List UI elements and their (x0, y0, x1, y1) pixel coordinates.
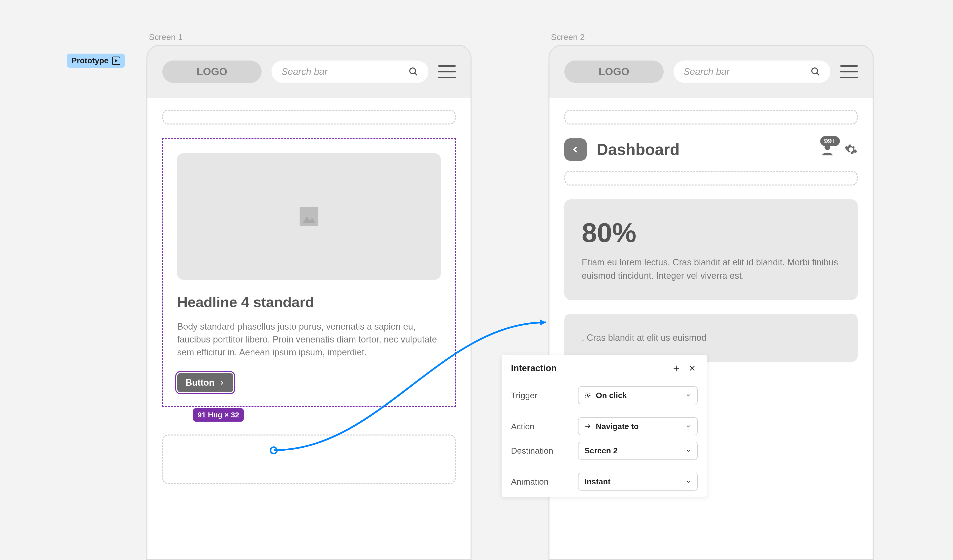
action-value: Navigate to (596, 422, 639, 431)
interaction-panel-title: Interaction (511, 363, 666, 373)
destination-value: Screen 2 (584, 446, 618, 455)
chevron-down-icon (686, 424, 691, 429)
card-body: Body standard phasellus justo purus, ven… (177, 320, 441, 359)
interaction-panel-header: Interaction (501, 355, 707, 380)
trigger-row: Trigger On click (501, 380, 707, 411)
stat-card: 80% Etiam eu lorem lectus. Cras blandit … (564, 200, 858, 300)
screen-1-frame[interactable]: LOGO Search bar Headline 4 standard Body… (146, 45, 472, 560)
destination-row: Destination Screen 2 (501, 442, 707, 466)
dashboard-header-row: Dashboard 99+ (564, 138, 858, 161)
stat-value: 80% (582, 217, 840, 248)
animation-label: Animation (511, 477, 571, 487)
action-label: Action (511, 422, 571, 431)
card-button-label: Button (186, 377, 214, 388)
destination-select[interactable]: Screen 2 (578, 442, 698, 459)
logo: LOGO (564, 60, 664, 83)
click-icon (584, 392, 591, 399)
trigger-label: Trigger (511, 391, 571, 400)
stat-body: Etiam eu lorem lectus. Cras blandit at e… (582, 256, 840, 283)
notifications-button[interactable]: 99+ (821, 142, 834, 156)
placeholder-section (162, 110, 456, 124)
prototype-outgoing-node[interactable] (270, 446, 278, 454)
placeholder-section (564, 171, 858, 186)
logo: LOGO (162, 60, 262, 83)
chevron-left-icon (571, 145, 580, 154)
search-placeholder: Search bar (281, 67, 327, 77)
hamburger-icon[interactable] (438, 65, 456, 78)
card-button[interactable]: Button (177, 373, 233, 392)
interaction-panel[interactable]: Interaction Trigger On click Action Navi… (501, 355, 707, 497)
chevron-right-icon (219, 380, 225, 386)
destination-label: Destination (511, 446, 571, 456)
notification-badge: 99+ (820, 136, 840, 146)
plus-icon (672, 364, 680, 372)
animation-value: Instant (584, 477, 610, 486)
back-button[interactable] (564, 138, 587, 161)
svg-line-7 (817, 73, 819, 76)
screen-2-header: LOGO Search bar (549, 46, 872, 98)
placeholder-section (564, 110, 858, 124)
close-panel-button[interactable] (687, 363, 698, 374)
close-icon (688, 365, 696, 372)
search-icon (408, 67, 418, 77)
animation-row: Animation Instant (501, 466, 707, 497)
selected-card[interactable]: Headline 4 standard Body standard phasel… (162, 138, 456, 407)
add-interaction-button[interactable] (671, 363, 682, 374)
svg-rect-3 (300, 207, 318, 226)
search-input[interactable]: Search bar (674, 60, 830, 83)
chevron-down-icon (686, 448, 691, 453)
hamburger-icon[interactable] (840, 65, 858, 78)
trigger-select[interactable]: On click (578, 387, 698, 404)
image-placeholder (177, 153, 441, 280)
size-badge: 91 Hug × 32 (193, 408, 244, 422)
screen-1-header: LOGO Search bar (147, 46, 470, 98)
prototype-tag[interactable]: Prototype (67, 54, 125, 68)
action-row: Action Navigate to (501, 411, 707, 442)
placeholder-section-2 (162, 435, 456, 484)
image-icon (296, 204, 321, 229)
svg-marker-0 (115, 59, 118, 62)
search-icon (810, 67, 821, 77)
arrow-right-icon (584, 423, 591, 430)
prototype-tag-label: Prototype (71, 56, 109, 65)
search-input[interactable]: Search bar (272, 60, 428, 83)
svg-marker-5 (540, 319, 546, 325)
animation-select[interactable]: Instant (578, 473, 698, 490)
svg-point-6 (812, 68, 818, 74)
gear-icon[interactable] (844, 143, 858, 156)
chevron-down-icon (686, 479, 691, 484)
trigger-value: On click (596, 391, 627, 400)
svg-point-1 (410, 68, 416, 74)
dashboard-title: Dashboard (597, 140, 810, 159)
card-headline: Headline 4 standard (177, 294, 441, 310)
stat-body-2: . Cras blandit at elit us euismod (582, 331, 840, 345)
frame-label-2: Screen 2 (551, 32, 585, 42)
action-select[interactable]: Navigate to (578, 418, 698, 435)
search-placeholder: Search bar (683, 67, 729, 77)
svg-line-2 (415, 73, 417, 76)
play-icon (112, 57, 120, 65)
frame-label-1: Screen 1 (149, 32, 183, 42)
chevron-down-icon (686, 393, 691, 398)
